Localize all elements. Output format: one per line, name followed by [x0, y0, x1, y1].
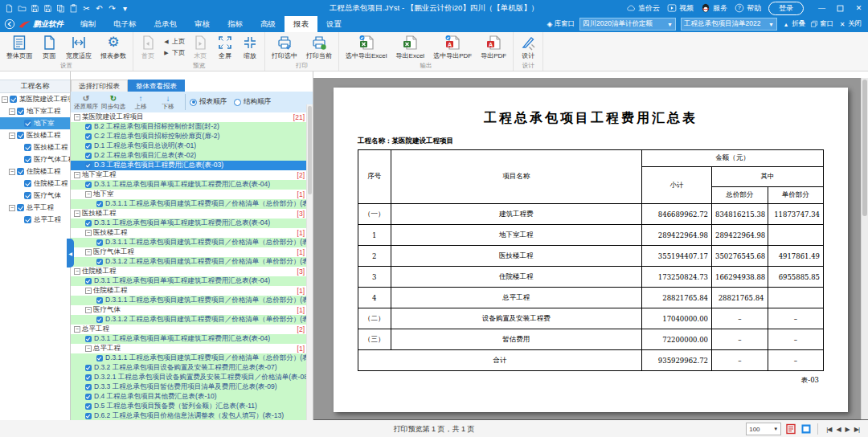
undo-icon[interactable]: ↶ [94, 3, 104, 14]
report-list-item[interactable]: D.3.1 工程总承包项目单项工程建筑工程费用汇总表(表-04) [71, 218, 306, 228]
page-setup-icon[interactable] [785, 423, 796, 435]
tree-node[interactable]: 医疗气体 [0, 190, 70, 202]
checkbox-icon[interactable] [17, 204, 24, 211]
report-list-item[interactable]: D.1 工程总承包项目总说明(表-01) [71, 141, 306, 151]
checkbox-icon[interactable] [85, 403, 92, 410]
tree-node[interactable]: −住院楼工程 [0, 165, 70, 178]
gear-button[interactable]: ⚙报表参数 [96, 34, 130, 61]
scrollbar-thumb[interactable] [308, 106, 312, 194]
expand-icon[interactable]: − [9, 169, 15, 175]
radio-report-order[interactable]: 报表顺序 [190, 97, 227, 107]
next-button[interactable]: ▶下页 [163, 48, 185, 57]
report-list-item[interactable]: B.2 工程总承包项目招标控制价封面(封-2) [71, 122, 306, 132]
report-list-item[interactable]: D.3.1.1 工程总承包项目建筑工程费项目／价格清单（总价部分）(表-05) [71, 199, 306, 209]
single-page-view-icon[interactable] [800, 423, 812, 435]
checkbox-icon[interactable] [96, 317, 103, 323]
expand-icon[interactable]: − [85, 191, 92, 198]
report-list-item[interactable]: D.5 工程总承包项目预备费（暂列金额）汇总表(表-11) [71, 402, 306, 411]
checkbox-icon[interactable] [85, 124, 92, 130]
print-check-button[interactable]: 打印选中 [268, 34, 301, 61]
move-down-button[interactable]: ↓下移 [155, 94, 181, 111]
report-list-item[interactable]: D.3.1.1 工程总承包项目建筑工程费项目／价格清单（总价部分）(表-05) [71, 353, 306, 363]
quota-library-select[interactable]: 四川2020清单计价定额▼ [579, 18, 676, 31]
expand-icon[interactable]: − [85, 249, 92, 255]
save-icon[interactable] [30, 3, 40, 14]
save-as-icon[interactable] [43, 3, 53, 14]
report-list-item[interactable]: D.2 工程总承包项目汇总表(表-02) [71, 151, 306, 161]
help-link[interactable]: ?帮助 [735, 3, 761, 14]
tree-node[interactable]: −总平工程 [0, 202, 70, 214]
nav-first-button[interactable]: |◀ [824, 426, 833, 433]
report-list-item[interactable]: D.3.2 工程总承包项目设备购置及安装工程费用汇总表(表-07) [71, 363, 306, 373]
report-list-item[interactable]: D.3.1.1 工程总承包项目建筑工程费项目／价格清单（总价部分）(表-05) [71, 238, 306, 247]
last-page-button[interactable]: 末页 [188, 34, 212, 61]
expand-icon[interactable]: − [74, 172, 80, 178]
video-link[interactable]: 视频 [667, 3, 694, 14]
menu-tab-7[interactable]: 报表 [285, 16, 317, 32]
login-button[interactable]: 登录 [768, 2, 804, 15]
redo-icon[interactable]: ↷ [107, 3, 117, 14]
checkbox-icon[interactable] [10, 96, 17, 103]
checkbox-icon[interactable] [85, 394, 92, 400]
checkbox-icon[interactable] [85, 365, 92, 371]
menu-tab-8[interactable]: 设置 [317, 16, 350, 32]
checkbox-icon[interactable] [85, 220, 92, 227]
report-list-item[interactable]: D.4 工程总承包项目其他费汇总表(表-10) [71, 392, 306, 402]
sync-button[interactable]: ↻同步勾选 [100, 94, 126, 111]
report-panel-tab-2[interactable]: 整体查看报表 [128, 80, 185, 92]
expand-icon[interactable]: − [9, 133, 15, 139]
nav-prev-button[interactable]: ◀ [833, 426, 842, 433]
report-list-group[interactable]: −医技楼工程[1] [71, 228, 306, 238]
cut-icon[interactable]: ✂ [81, 3, 92, 14]
tree-node[interactable]: 总平工程 [0, 214, 70, 226]
scrollbar-thumb[interactable] [862, 80, 867, 216]
menu-tab-4[interactable]: 审核 [186, 16, 219, 32]
expand-icon[interactable]: − [74, 114, 80, 120]
close-icon[interactable]: ✕ [854, 4, 863, 13]
fit-width-button[interactable]: 宽度适应 [62, 34, 96, 61]
report-list-item[interactable]: D.3.1 工程总承包项目单项工程建筑工程费用汇总表(表-04) [71, 276, 306, 286]
expand-icon[interactable]: − [74, 268, 80, 275]
window-button[interactable]: 窗口 [810, 19, 833, 29]
service-link[interactable]: 服务 [701, 3, 727, 14]
expand-icon[interactable]: − [74, 210, 80, 217]
undo-circle-button[interactable]: ↺还原顺序 [73, 94, 99, 111]
report-list-scrollbar[interactable] [306, 104, 313, 420]
checkbox-icon[interactable] [96, 355, 103, 361]
report-list-group[interactable]: −医疗气体工程[1] [71, 247, 306, 257]
report-list-item[interactable]: D.6.2 工程总承包项目价格信息法调整表（发包人填写）(表-13) [71, 411, 306, 420]
report-list-item[interactable]: C.2 工程总承包项目招标控制价扉页(扉-2) [71, 132, 306, 141]
tree-node[interactable]: 医疗气体工程 [0, 153, 70, 165]
checkbox-icon[interactable] [24, 216, 31, 223]
tree-node[interactable]: −某医院建设工程项目 [0, 93, 70, 105]
report-list-item[interactable]: D.3 工程总承包项目工程费用汇总表(表-03) [71, 161, 306, 170]
expand-icon[interactable]: − [85, 307, 92, 313]
open-folder-icon[interactable] [17, 3, 27, 14]
report-list-item[interactable]: D.3.1.2 工程总承包项目建筑工程费项目／价格清单（单价部分）(表-06) [71, 257, 306, 267]
list-library-select[interactable]: 工程总承包项目清单2022▼ [681, 18, 777, 31]
checkbox-icon[interactable] [17, 108, 24, 115]
tree-node[interactable]: −地下室工程 [0, 105, 70, 117]
checkbox-icon[interactable] [24, 180, 31, 187]
checkbox-icon[interactable] [17, 168, 24, 175]
report-list-item[interactable]: D.3.1 工程总承包项目单项工程建筑工程费用汇总表(表-04) [71, 180, 306, 190]
checkbox-icon[interactable] [85, 133, 92, 140]
fullscreen-button[interactable]: 全屏 [213, 34, 237, 61]
checkbox-icon[interactable] [96, 297, 103, 304]
checkbox-icon[interactable] [24, 120, 31, 127]
checkbox-icon[interactable] [85, 143, 92, 149]
excel-check-button[interactable]: 选中导出Excel [342, 34, 391, 61]
nav-next-button[interactable]: ▶ [843, 426, 852, 433]
checkbox-icon[interactable] [85, 162, 92, 169]
library-window-button[interactable]: ◈库窗口 [547, 19, 575, 29]
more-icon[interactable]: ▾ [120, 3, 130, 14]
checkbox-icon[interactable] [24, 144, 31, 151]
checkbox-icon[interactable] [85, 413, 92, 419]
report-list-group[interactable]: −医疗气体[1] [71, 305, 306, 315]
page-whole-button[interactable]: 整体页面 [2, 34, 36, 61]
zoom-shrink-button[interactable]: 缩放 [238, 34, 262, 61]
menu-tab-2[interactable]: 电子标 [104, 16, 145, 32]
checkbox-icon[interactable] [96, 259, 103, 265]
expand-icon[interactable]: − [85, 345, 92, 352]
maximize-icon[interactable] [836, 4, 845, 13]
